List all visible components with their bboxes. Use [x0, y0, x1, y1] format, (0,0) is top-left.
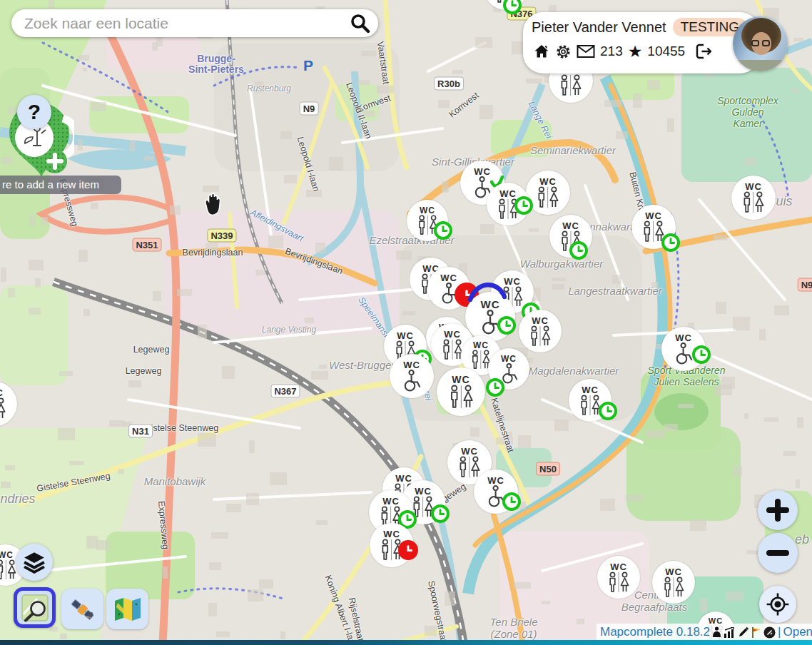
geolocate-button[interactable]: [759, 586, 796, 623]
open-hours-badge: [599, 402, 617, 420]
search-bar: [11, 9, 378, 37]
closed-hours-badge: [398, 540, 418, 560]
copyright-icon[interactable]: [763, 626, 776, 639]
flag-icon[interactable]: [751, 626, 761, 639]
map-marker-layer: WCWCWCWCWCWCWCWCWCWCWCWCWCWCWCWCWCWCWCWC…: [0, 0, 812, 645]
open-hours-badge: [497, 316, 516, 335]
mapcomplete-app: Brugge- Sint-PietersRustenburgVaartstraa…: [0, 0, 812, 645]
toilet-marker-male-female[interactable]: WC: [437, 367, 485, 416]
open-hours-badge: [502, 492, 521, 511]
hand-cursor-icon: [201, 191, 225, 220]
layers-icon: [23, 551, 46, 574]
bottom-progress-bar: [0, 640, 812, 645]
user-panel: Pieter Vander Vennet TESTING 213: [523, 12, 760, 73]
satellite-icon: [68, 594, 98, 624]
zoom-in-button[interactable]: [758, 490, 798, 530]
toilet-marker-wheelchair[interactable]: WC: [390, 354, 434, 398]
basemap-carto-button[interactable]: [106, 589, 148, 629]
user-avatar[interactable]: [733, 16, 788, 71]
toilet-marker-male-female[interactable]: WC: [652, 561, 695, 604]
basemap-satellite-button[interactable]: [61, 589, 103, 629]
search-input[interactable]: [23, 14, 350, 33]
plus-icon: [766, 498, 790, 522]
attribution-bar: Mapcomplete 0.18.2 | OpenStreetMap: [597, 624, 812, 641]
logout-icon[interactable]: [694, 43, 713, 60]
osm-map-icon: [20, 593, 50, 623]
gear-icon[interactable]: [555, 44, 572, 60]
osm-link[interactable]: OpenStreetMap: [783, 625, 812, 639]
chart-icon[interactable]: [724, 627, 736, 638]
toilet-marker-male-female[interactable]: WC: [519, 310, 562, 352]
open-hours-badge: [486, 378, 504, 397]
open-hours-badge: [569, 241, 588, 260]
open-hours-badge: [431, 504, 450, 523]
attribution-separator: |: [778, 625, 781, 639]
toilet-marker-male-female[interactable]: WC: [597, 556, 640, 599]
search-icon[interactable]: [350, 13, 371, 34]
selected-marker-arc: [468, 280, 507, 305]
app-version-link[interactable]: Mapcomplete 0.18.2: [600, 625, 710, 639]
layers-button[interactable]: [16, 544, 53, 581]
message-count[interactable]: 213: [600, 44, 623, 59]
toilet-marker-male-female[interactable]: WC: [0, 382, 17, 426]
open-hours-badge: [661, 233, 680, 252]
open-hours-badge: [692, 345, 711, 364]
avatar-glasses: [762, 40, 770, 46]
minus-icon: [766, 541, 790, 565]
folded-map-icon: [113, 594, 143, 624]
changeset-count[interactable]: 10455: [647, 44, 685, 59]
basemap-osm-button[interactable]: [14, 587, 56, 628]
avatar-glasses: [751, 40, 759, 46]
user-name[interactable]: Pieter Vander Vennet: [532, 19, 666, 36]
open-hours-badge: [514, 196, 533, 215]
home-icon[interactable]: [533, 43, 550, 60]
toilet-marker-male-female[interactable]: WC: [731, 176, 776, 220]
messages-icon[interactable]: [577, 44, 595, 59]
help-button[interactable]: ?: [17, 95, 51, 129]
zoom-out-button[interactable]: [758, 533, 798, 573]
crosshair-icon: [763, 590, 792, 619]
open-hours-badge: [503, 0, 522, 14]
edit-icon[interactable]: [738, 626, 749, 638]
open-hours-badge: [434, 221, 452, 240]
star-icon: ★: [628, 44, 643, 60]
add-item-tooltip: re to add a new item: [0, 176, 121, 194]
statistics-icon[interactable]: [712, 626, 721, 638]
